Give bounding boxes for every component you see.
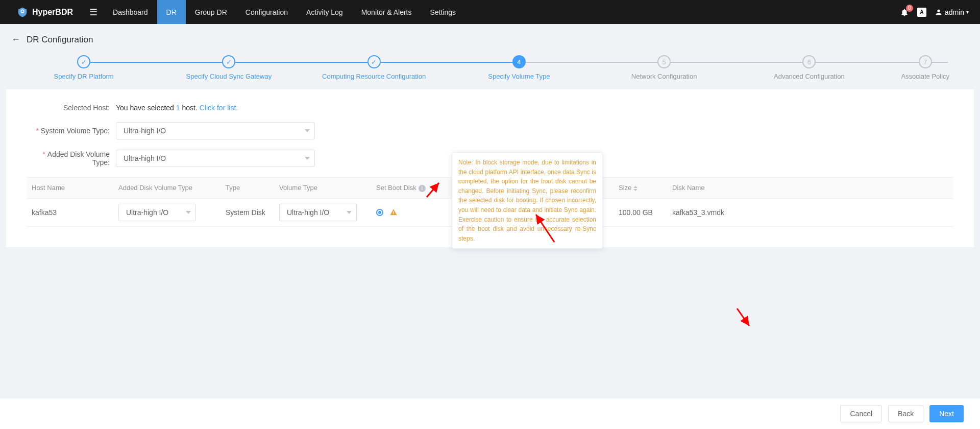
cell-size: 100.00 GB	[614, 198, 667, 226]
step-4-num: 4	[512, 55, 526, 68]
step-7: 7 Associate Policy	[882, 55, 969, 80]
step-7-num: 7	[919, 55, 932, 68]
th-disk-name: Disk Name	[667, 178, 953, 199]
step-4: 4 Specify Volume Type	[447, 55, 592, 80]
step-7-title: Associate Policy	[882, 73, 969, 80]
shield-icon	[17, 6, 28, 18]
th-added-disk-vol: Added Disk Volume Type	[113, 178, 220, 199]
svg-rect-0	[393, 211, 394, 213]
nav-right: 0 A admin ▾	[900, 8, 980, 17]
step-5-num: 5	[657, 55, 671, 68]
added-volume-label: Added Disk Volume Type:	[27, 150, 116, 166]
warning-icon[interactable]	[389, 208, 398, 217]
step-bar: ✓ Specify DR Platform ✓ Specify Cloud Sy…	[0, 50, 980, 89]
step-1-title: Specify DR Platform	[11, 73, 156, 80]
cell-disk-name: kafka53_3.vmdk	[667, 198, 953, 226]
click-for-list-link[interactable]: Click for list	[200, 104, 236, 112]
nav-configuration[interactable]: Configuration	[236, 0, 297, 24]
logo: HyperBDR	[0, 6, 83, 18]
boot-disk-radio[interactable]	[376, 209, 383, 216]
check-icon: ✓	[368, 55, 381, 68]
row-vol-select[interactable]: Ultra-high I/O	[279, 204, 357, 221]
nav-group-dr[interactable]: Group DR	[186, 0, 236, 24]
step-6: 6 Advanced Configuration	[737, 55, 881, 80]
selected-host-label: Selected Host:	[27, 104, 116, 112]
selected-host-row: Selected Host: You have selected 1 host.…	[27, 104, 953, 112]
svg-line-4	[737, 308, 749, 326]
system-volume-select[interactable]: Ultra-high I/O	[116, 122, 315, 139]
added-volume-value: Ultra-high I/O	[116, 150, 315, 167]
step-3: ✓ Computing Resource Configuration	[302, 55, 447, 80]
check-icon: ✓	[77, 55, 90, 68]
step-6-num: 6	[802, 55, 816, 68]
row-added-vol-select[interactable]: Ultra-high I/O	[118, 204, 196, 221]
sort-icon	[633, 186, 638, 191]
info-icon[interactable]: i	[419, 185, 426, 192]
step-5: 5 Network Configuration	[592, 55, 737, 80]
hamburger-icon[interactable]: ☰	[83, 7, 104, 18]
page-title: DR Configuration	[27, 35, 93, 45]
chevron-down-icon	[186, 211, 191, 214]
chevron-down-icon: ▾	[966, 9, 969, 15]
chevron-down-icon	[347, 211, 352, 214]
nav-settings[interactable]: Settings	[421, 0, 465, 24]
th-volume-type: Volume Type	[274, 178, 371, 199]
check-icon: ✓	[222, 55, 235, 68]
cancel-button[interactable]: Cancel	[840, 405, 882, 422]
user-menu[interactable]: admin ▾	[935, 8, 969, 16]
top-nav: HyperBDR ☰ Dashboard DR Group DR Configu…	[0, 0, 980, 24]
language-toggle[interactable]: A	[917, 8, 926, 17]
added-volume-select[interactable]: Ultra-high I/O	[116, 150, 315, 167]
nav-monitor-alerts[interactable]: Monitor & Alerts	[352, 0, 421, 24]
brand-text: HyperBDR	[32, 8, 73, 17]
th-host-name: Host Name	[27, 178, 113, 199]
system-volume-row: System Volume Type: Ultra-high I/O	[27, 122, 953, 139]
nav-activity-log[interactable]: Activity Log	[297, 0, 352, 24]
page-header: ← DR Configuration	[0, 24, 980, 50]
nav-dashboard[interactable]: Dashboard	[104, 0, 157, 24]
notification-count: 0	[906, 5, 913, 12]
nav-list: Dashboard DR Group DR Configuration Acti…	[104, 0, 465, 24]
step-1: ✓ Specify DR Platform	[11, 55, 156, 80]
step-5-title: Network Configuration	[592, 73, 737, 80]
step-6-title: Advanced Configuration	[737, 73, 881, 80]
chevron-down-icon	[305, 129, 310, 132]
boot-disk-warning-tooltip: Note: In block storage mode, due to limi…	[452, 152, 603, 249]
svg-rect-1	[393, 213, 394, 214]
back-button[interactable]: Back	[888, 405, 923, 422]
selected-host-value: You have selected 1 host. Click for list…	[116, 104, 238, 112]
system-volume-value: Ultra-high I/O	[116, 122, 315, 139]
notification-bell[interactable]: 0	[900, 8, 909, 17]
back-arrow-icon[interactable]: ←	[11, 34, 20, 45]
step-2-title: Specify Cloud Sync Gateway	[156, 73, 301, 80]
system-volume-label: System Volume Type:	[27, 127, 116, 135]
footer-bar: Cancel Back Next	[0, 398, 980, 429]
cell-host: kafka53	[27, 198, 113, 226]
user-name: admin	[945, 8, 964, 16]
step-4-title: Specify Volume Type	[447, 73, 592, 80]
th-size[interactable]: Size	[614, 178, 667, 199]
step-3-title: Computing Resource Configuration	[302, 73, 447, 80]
annotation-arrow-icon	[734, 305, 754, 331]
user-icon	[935, 8, 943, 16]
th-type: Type	[220, 178, 274, 199]
chevron-down-icon	[305, 157, 310, 160]
next-button[interactable]: Next	[929, 405, 964, 422]
step-2: ✓ Specify Cloud Sync Gateway	[156, 55, 301, 80]
nav-dr[interactable]: DR	[157, 0, 186, 24]
cell-type: System Disk	[220, 198, 274, 226]
